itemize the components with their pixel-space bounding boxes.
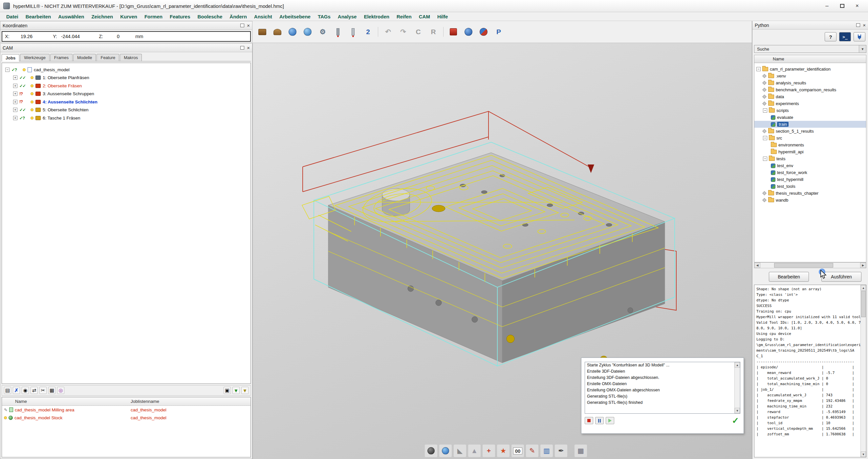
menu-item[interactable]: Kurven — [117, 12, 141, 21]
cut-icon[interactable]: ✂ — [39, 387, 46, 394]
filter-green-icon[interactable]: ▼ — [232, 387, 240, 394]
table-header[interactable]: Name Joblistenname — [2, 397, 250, 406]
tab-feature[interactable]: Feature — [96, 54, 119, 61]
stock-red-icon[interactable] — [447, 25, 460, 38]
scrollbar-thumb[interactable] — [774, 263, 833, 268]
tab-frames[interactable]: Frames — [50, 54, 72, 61]
tree-item-wandb[interactable]: wandb — [754, 197, 866, 204]
scrollbar-thumb[interactable] — [861, 291, 866, 317]
title-bar[interactable]: hyperMILL® - NICHT ZUM WEITERVERKAUF - [… — [0, 0, 868, 12]
bulb-icon[interactable] — [23, 68, 26, 71]
tree-item-job2[interactable]: + ✓✓ 2: Oberseite Fräsen — [2, 82, 250, 90]
pen-icon[interactable]: ✒ — [555, 445, 567, 457]
pause-button[interactable] — [595, 417, 604, 424]
compare-sphere-icon[interactable] — [477, 25, 490, 38]
dialog-scrollbar[interactable]: ▲ ▼ — [734, 362, 740, 414]
close-panel-icon[interactable]: × — [863, 23, 866, 28]
eye-icon[interactable]: ◉ — [22, 387, 29, 394]
edit-button[interactable]: Bearbeiten — [769, 272, 809, 282]
float-panel-icon[interactable] — [856, 23, 860, 27]
confirm-check-icon[interactable]: ✓ — [732, 416, 739, 426]
menu-item[interactable]: Analyse — [334, 12, 361, 21]
tree-item-experiments[interactable]: experiments — [754, 100, 866, 107]
tree-item-test-tools[interactable]: test_tools — [754, 183, 866, 190]
scroll-left-icon[interactable]: ◀ — [754, 263, 760, 268]
menu-item[interactable]: Ändern — [226, 12, 250, 21]
collapse-icon[interactable]: − — [5, 68, 9, 72]
tree-item-hypermill-api[interactable]: hypermill_api — [754, 148, 866, 155]
minimize-button[interactable]: – — [819, 1, 835, 11]
expand-icon[interactable]: + — [13, 116, 18, 120]
tree-item-job1[interactable]: + ✓✓ 1: Oberseite Planfräsen — [2, 74, 250, 82]
expand-icon[interactable]: + — [13, 92, 18, 96]
menu-item[interactable]: Ansicht — [250, 12, 276, 21]
expand-icon[interactable]: + — [13, 84, 18, 88]
cavity-icon[interactable] — [271, 25, 284, 38]
menu-item[interactable]: CAM — [415, 12, 434, 21]
tab-modelle[interactable]: Modelle — [73, 54, 96, 61]
axis-icon[interactable]: + — [483, 445, 495, 457]
coordinate-input[interactable]: X: 19.26 Y: -244.044 Z: 0 mm — [2, 31, 251, 42]
table-row[interactable]: cad_thesis_model Stock cad_thesis_model — [2, 414, 250, 422]
scroll-up-icon[interactable]: ▲ — [735, 362, 740, 368]
menu-item[interactable]: TAGs — [314, 12, 334, 21]
menu-item[interactable]: Arbeitsebene — [276, 12, 314, 21]
tree-item-analysis-results[interactable]: analysis_results — [754, 80, 866, 86]
close-button[interactable]: × — [849, 1, 865, 11]
cam-header[interactable]: CAM × — [0, 44, 252, 52]
bulb-icon[interactable] — [31, 84, 33, 87]
menu-item[interactable]: Features — [166, 12, 194, 21]
column-joblist[interactable]: Joblistenname — [131, 399, 159, 404]
plane-icon[interactable]: ▲ — [468, 445, 480, 457]
scroll-up-icon[interactable]: ▲ — [861, 285, 866, 290]
shaded-view-icon[interactable] — [425, 445, 437, 457]
gear-icon[interactable]: ⚙ — [316, 25, 329, 38]
tree-item-tests[interactable]: − tests — [754, 155, 866, 162]
ref-r-icon[interactable]: R — [427, 25, 440, 38]
menu-item[interactable]: Bearbeiten — [22, 12, 55, 21]
tree-item-project-root[interactable]: − cam_rl_parameter_identification — [754, 66, 866, 72]
tree-item-section-5-1-results[interactable]: section_5_1_results — [754, 128, 866, 134]
probe-tool-icon[interactable] — [346, 25, 360, 38]
brush-icon[interactable]: ✎ — [526, 445, 538, 457]
section-view-icon[interactable]: ◣ — [454, 445, 466, 457]
tab-werkzeuge[interactable]: Werkzeuge — [20, 54, 50, 61]
terminal-button[interactable]: >_ — [839, 32, 851, 41]
scroll-down-icon[interactable]: ▼ — [861, 452, 866, 457]
python-header[interactable]: Python × — [752, 21, 868, 30]
copy-c-icon[interactable]: C — [412, 25, 425, 38]
delete-x-icon[interactable]: ✗ — [13, 387, 20, 394]
table-row[interactable]: ✎ cad_thesis_model Milling area cad_thes… — [2, 406, 250, 414]
tree-item-root[interactable]: − ✓? cad_thesis_model — [2, 66, 250, 74]
scroll-right-icon[interactable]: ▶ — [860, 263, 866, 268]
collapse-icon[interactable]: − — [763, 109, 767, 113]
bulb-icon[interactable] — [31, 109, 33, 111]
redo-icon[interactable]: ↷ — [397, 25, 410, 38]
menu-item[interactable]: Hilfe — [434, 12, 452, 21]
target-icon[interactable]: ◎ — [57, 387, 64, 394]
box-icon[interactable]: ▦ — [48, 387, 56, 394]
stock-icon[interactable] — [256, 25, 269, 38]
help-button[interactable]: ? — [825, 32, 836, 41]
bulb-icon[interactable] — [31, 117, 33, 120]
simulation-sphere-icon[interactable] — [286, 25, 299, 38]
menu-item[interactable]: Formen — [141, 12, 166, 21]
expand-icon[interactable]: + — [13, 75, 18, 80]
tree-item-test-env[interactable]: test_env — [754, 162, 866, 169]
expand-icon[interactable]: + — [13, 108, 18, 112]
globe-icon[interactable] — [439, 445, 452, 457]
postprocessor-icon[interactable]: P — [492, 25, 505, 38]
tree-item-environments[interactable]: environments — [754, 142, 866, 148]
menu-item[interactable]: Elektroden — [360, 12, 393, 21]
undo-icon[interactable]: ↶ — [381, 25, 395, 38]
tree-item-scripts[interactable]: − scripts — [754, 107, 866, 114]
mill-tool-icon[interactable] — [331, 25, 344, 38]
menu-item[interactable]: Zeichnen — [88, 12, 117, 21]
cycle-progress-dialog[interactable]: Starte Zyklus "Konturfräsen auf 3D Model… — [581, 358, 744, 434]
koordinaten-header[interactable]: Koordinaten × — [0, 21, 252, 30]
filter-edit-icon[interactable]: ▼ — [241, 387, 249, 394]
console-scrollbar[interactable]: ▲ ▼ — [861, 285, 866, 457]
collapse-icon[interactable]: − — [756, 67, 761, 71]
sketch-2d-icon[interactable]: 2 — [362, 25, 375, 38]
bulb-icon[interactable] — [31, 100, 33, 103]
